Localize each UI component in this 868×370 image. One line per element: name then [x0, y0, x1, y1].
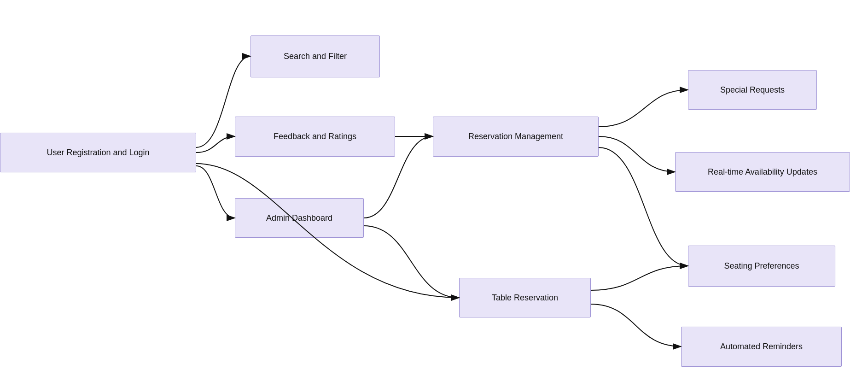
node-user-registration: User Registration and Login — [0, 133, 196, 172]
node-admin-dashboard: Admin Dashboard — [235, 198, 364, 238]
node-automated-reminders: Automated Reminders — [681, 327, 842, 367]
diagram-container: User Registration and Login Search and F… — [0, 0, 868, 370]
node-seating-preferences: Seating Preferences — [688, 246, 835, 287]
node-table-reservation: Table Reservation — [459, 278, 591, 317]
node-reservation-management: Reservation Management — [433, 117, 599, 157]
node-special-requests: Special Requests — [688, 70, 817, 110]
node-feedback-ratings: Feedback and Ratings — [235, 117, 395, 157]
node-realtime-availability: Real-time Availability Updates — [675, 152, 850, 192]
node-search-filter: Search and Filter — [250, 35, 380, 77]
